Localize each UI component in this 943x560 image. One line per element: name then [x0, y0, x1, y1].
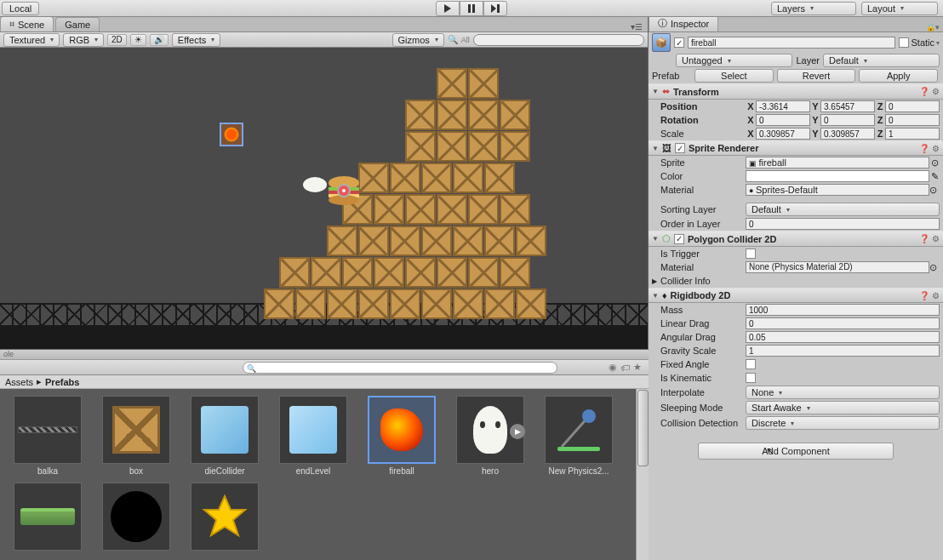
collision-dropdown[interactable]: Discrete	[746, 416, 940, 430]
tab-inspector[interactable]: ⓘInspector	[649, 17, 718, 31]
polygon-header[interactable]: ▼⬠Polygon Collider 2D❓ ⚙	[649, 231, 943, 247]
effects-dropdown[interactable]: Effects	[172, 33, 220, 47]
static-dropdown-icon[interactable]: ▾	[936, 39, 940, 47]
star-icon[interactable]: ★	[633, 362, 642, 373]
order-field[interactable]	[746, 218, 940, 230]
audio-toggle[interactable]: 🔊	[150, 34, 169, 46]
crate	[437, 131, 467, 162]
tab-game[interactable]: Game	[55, 17, 100, 31]
scale-x[interactable]	[756, 128, 810, 140]
pos-z[interactable]	[885, 100, 940, 112]
crate	[437, 68, 467, 99]
sprite-field[interactable]: ▣ fireball	[746, 157, 929, 169]
scene-viewport[interactable]	[0, 48, 648, 349]
breadcrumb-root[interactable]: Assets	[5, 377, 33, 387]
rigidbody-header[interactable]: ▼♦Rigidbody 2D❓ ⚙	[649, 288, 943, 303]
local-button[interactable]: Local	[2, 2, 39, 15]
pos-x[interactable]	[756, 100, 810, 112]
transform-icon: ⬌	[662, 86, 670, 97]
gravity-field[interactable]	[746, 345, 940, 357]
filter-icon[interactable]: ◉	[609, 362, 617, 373]
step-button[interactable]	[483, 1, 507, 16]
scale-z[interactable]	[885, 128, 940, 140]
kinematic-checkbox[interactable]	[746, 373, 756, 383]
scene-search[interactable]	[473, 34, 644, 46]
transform-header[interactable]: ▼⬌Transform❓ ⚙	[649, 83, 943, 100]
panel-menu-icon[interactable]: ▾☰	[626, 22, 648, 31]
gear-icon[interactable]: ❓ ⚙	[919, 87, 940, 96]
angular-drag-field[interactable]	[746, 331, 940, 343]
gizmos-dropdown[interactable]: Gizmos	[392, 33, 444, 47]
layout-dropdown[interactable]: Layout	[861, 2, 938, 15]
asset-item[interactable]: balka	[7, 396, 89, 476]
fixed-angle-checkbox[interactable]	[746, 359, 756, 369]
sorting-layer-dropdown[interactable]: Default	[746, 203, 940, 216]
burger-sprite	[325, 175, 363, 206]
phys-material-field[interactable]: None (Physics Material 2D)	[746, 261, 929, 273]
svg-rect-4	[497, 4, 500, 13]
asset-grid[interactable]: balkaboxdieColliderendLevelfireball▶hero…	[0, 389, 636, 560]
color-mode-dropdown[interactable]: RGB	[63, 33, 104, 47]
active-checkbox[interactable]	[674, 37, 684, 48]
prefab-apply[interactable]: Apply	[859, 69, 938, 83]
asset-item[interactable]: box	[95, 396, 177, 476]
crate	[374, 257, 404, 288]
crate	[453, 289, 483, 319]
collider-enabled[interactable]	[674, 234, 684, 244]
asset-item[interactable]: ▶hero	[449, 396, 531, 476]
sprite-enabled[interactable]	[675, 143, 685, 153]
fireball-selection[interactable]	[220, 123, 243, 146]
2d-toggle[interactable]: 2D	[107, 34, 127, 46]
interpolate-dropdown[interactable]: None	[746, 386, 940, 399]
add-component-button[interactable]: Add Component↖	[698, 443, 894, 460]
asset-item[interactable]: fireball	[361, 396, 443, 476]
object-picker-icon[interactable]: ⊙	[929, 262, 940, 273]
gear-icon[interactable]: ❓ ⚙	[919, 291, 940, 300]
rot-x[interactable]	[756, 114, 810, 126]
lock-icon[interactable]: 🔒▾	[926, 23, 943, 31]
asset-item[interactable]	[7, 483, 89, 553]
render-mode-dropdown[interactable]: Textured	[3, 33, 60, 47]
sleep-dropdown[interactable]: Start Awake	[746, 401, 940, 414]
crate	[421, 289, 452, 319]
pause-button[interactable]	[460, 1, 483, 16]
mass-field[interactable]	[746, 304, 940, 316]
label-icon[interactable]: 🏷	[620, 363, 630, 373]
asset-item[interactable]	[95, 483, 177, 553]
layers-dropdown[interactable]: Layers	[771, 2, 856, 15]
lighting-toggle[interactable]: ☀	[130, 34, 146, 46]
crate	[295, 289, 326, 319]
color-field[interactable]	[746, 170, 929, 182]
object-name-field[interactable]	[688, 37, 895, 49]
rot-z[interactable]	[885, 114, 940, 126]
svg-marker-3	[491, 4, 496, 13]
asset-item[interactable]: endLevel	[272, 396, 354, 476]
scale-y[interactable]	[820, 128, 875, 140]
play-preview-icon[interactable]: ▶	[510, 424, 525, 439]
trigger-checkbox[interactable]	[746, 249, 756, 259]
asset-item[interactable]: New Physics2...	[538, 396, 620, 476]
asset-item[interactable]	[184, 483, 266, 553]
gameobject-icon: 📦	[652, 33, 671, 52]
object-picker-icon[interactable]: ⊙	[929, 157, 940, 169]
breadcrumb-current[interactable]: Prefabs	[45, 377, 79, 387]
asset-scrollbar[interactable]	[636, 389, 649, 560]
layer-dropdown[interactable]: Default	[823, 54, 940, 67]
gear-icon[interactable]: ❓ ⚙	[919, 144, 940, 153]
gear-icon[interactable]: ❓ ⚙	[919, 234, 940, 243]
linear-drag-field[interactable]	[746, 317, 940, 329]
play-button[interactable]	[436, 1, 460, 16]
assets-search[interactable]: 🔍	[243, 362, 557, 374]
tag-dropdown[interactable]: Untagged	[676, 54, 792, 67]
asset-item[interactable]: dieCollider	[184, 396, 266, 476]
rot-y[interactable]	[820, 114, 875, 126]
eyedropper-icon[interactable]: ✎	[929, 171, 940, 182]
prefab-select[interactable]: Select	[694, 69, 774, 83]
prefab-revert[interactable]: Revert	[777, 69, 856, 83]
object-picker-icon[interactable]: ⊙	[929, 185, 940, 196]
pos-y[interactable]	[820, 100, 875, 112]
material-field[interactable]: ● Sprites-Default	[746, 184, 929, 196]
static-checkbox[interactable]	[899, 37, 909, 48]
sprite-renderer-header[interactable]: ▼🖼Sprite Renderer❓ ⚙	[649, 140, 943, 156]
tab-scene[interactable]: ⌗Scene	[0, 16, 54, 31]
